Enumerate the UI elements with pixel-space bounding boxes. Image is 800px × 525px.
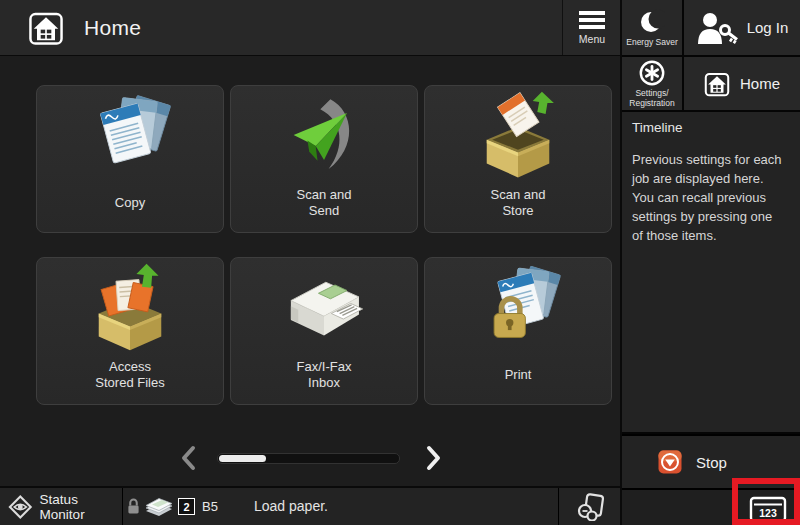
- tile-label: Scan and Store: [491, 182, 546, 224]
- paper-drawer-badge: 2: [178, 498, 195, 515]
- settings-registration-label: Settings/ Registration: [629, 88, 674, 108]
- user-key-icon: [696, 12, 738, 44]
- tile-label: Copy: [115, 182, 145, 224]
- panel-home-label: Home: [740, 75, 780, 92]
- stop-label: Stop: [696, 454, 727, 471]
- page-title: Home: [84, 0, 141, 55]
- settings-registration-button[interactable]: Settings/ Registration: [622, 57, 682, 110]
- tile-print[interactable]: Print: [424, 257, 612, 405]
- page-next-button[interactable]: [420, 444, 446, 472]
- tile-label: Print: [505, 354, 532, 396]
- status-bar: Status Monitor 2 B5 Load paper.: [0, 488, 620, 525]
- locked-documents-icon: [472, 258, 564, 354]
- menu-label: Menu: [579, 33, 605, 45]
- hamburger-icon: [579, 11, 605, 29]
- lock-icon: [127, 498, 140, 515]
- moon-icon: [639, 9, 665, 35]
- menu-button[interactable]: Menu: [562, 0, 621, 55]
- header-bar: Home Menu: [0, 0, 620, 55]
- fax-machine-icon: [278, 258, 370, 354]
- page-scrollbar[interactable]: [217, 453, 400, 464]
- energy-saver-label: Energy Saver: [626, 37, 678, 47]
- status-monitor-icon: [8, 494, 33, 520]
- annotation-highlight-box: [732, 478, 800, 525]
- tile-label: Scan and Send: [297, 182, 352, 224]
- page-scrollbar-thumb[interactable]: [219, 455, 266, 462]
- paper-size-label: B5: [202, 499, 218, 514]
- function-tile-grid: Copy Scan and Send: [36, 85, 612, 405]
- timeline-title: Timeline: [632, 120, 683, 135]
- stop-icon: [658, 450, 682, 474]
- status-monitor-button[interactable]: Status Monitor: [0, 488, 122, 525]
- tile-scan-and-send[interactable]: Scan and Send: [230, 85, 418, 233]
- paper-stack-icon: [144, 496, 174, 518]
- right-panel: Energy Saver Log In Sett: [622, 0, 800, 525]
- counter-check-button[interactable]: [560, 488, 620, 525]
- timeline-description: Previous settings for each job are displ…: [632, 150, 794, 245]
- log-in-label: Log In: [747, 19, 789, 36]
- paper-status-group[interactable]: 2 B5: [127, 488, 218, 525]
- statusbar-divider: [558, 488, 559, 525]
- timeline-section: Timeline Previous settings for each job …: [622, 112, 800, 432]
- tile-scan-and-store[interactable]: Scan and Store: [424, 85, 612, 233]
- statusbar-divider: [122, 488, 123, 525]
- tile-access-stored-files[interactable]: Access Stored Files: [36, 257, 224, 405]
- status-message: Load paper.: [254, 488, 328, 525]
- panel-home-button[interactable]: Home: [684, 57, 800, 110]
- files-box-icon: [84, 258, 176, 354]
- log-in-button[interactable]: Log In: [684, 0, 800, 55]
- paper-plane-icon: [278, 86, 370, 182]
- home-icon: [28, 10, 64, 46]
- page-previous-button[interactable]: [176, 444, 202, 472]
- counter-check-icon: [577, 493, 604, 521]
- tile-label: Access Stored Files: [95, 354, 164, 396]
- status-monitor-label: Status Monitor: [40, 492, 122, 522]
- settings-gear-icon: [638, 59, 666, 87]
- tile-label: Fax/I-Fax Inbox: [297, 354, 352, 396]
- tile-fax-inbox[interactable]: Fax/I-Fax Inbox: [230, 257, 418, 405]
- printer-home-screen: Home Menu: [0, 0, 800, 525]
- scan-to-box-icon: [472, 86, 564, 182]
- copy-documents-icon: [84, 86, 176, 182]
- energy-saver-button[interactable]: Energy Saver: [622, 0, 682, 55]
- home-icon: [704, 71, 730, 97]
- tile-copy[interactable]: Copy: [36, 85, 224, 233]
